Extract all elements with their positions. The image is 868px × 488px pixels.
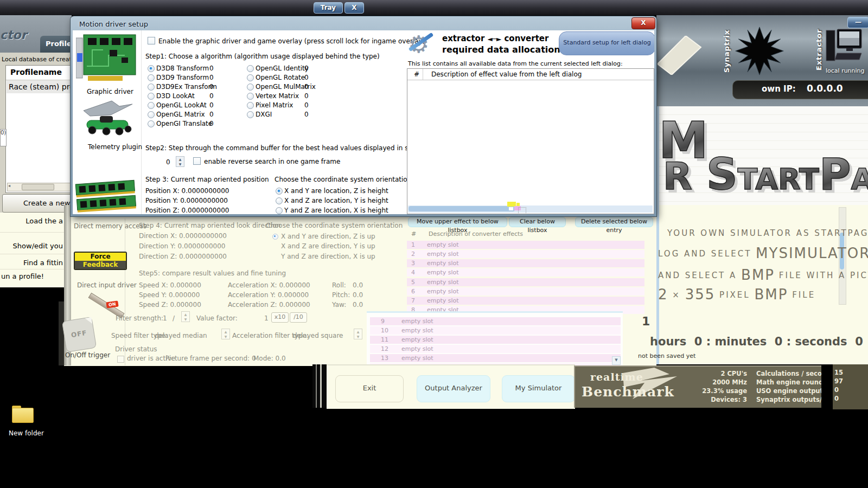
startpage-title-tart: TART — [738, 162, 819, 196]
reverse-search-label: enable reverse search in one game frame — [204, 158, 340, 165]
orient-option: X and Y are location, Z is height — [284, 187, 388, 195]
orient-option: Y and Z are location, X is height — [284, 207, 388, 214]
graphics-card-icon[interactable] — [76, 34, 137, 85]
radio-algo-glmatrix[interactable] — [148, 111, 155, 118]
slot-row[interactable]: 7empty slot — [407, 297, 644, 305]
direction-x: Direction X: 0.0000000000 — [139, 232, 227, 240]
new-folder-icon[interactable] — [12, 406, 34, 423]
slot-row[interactable]: 13empty slot — [370, 354, 621, 362]
overlay-checkbox[interactable] — [148, 37, 155, 44]
benchmark-value: 0 — [834, 395, 839, 402]
move-effect-button[interactable]: Move upper effect to below listbox — [408, 217, 507, 227]
radio-orient-3[interactable] — [276, 207, 283, 214]
scrollbar-thumb[interactable] — [409, 206, 515, 211]
load-profile-button[interactable]: Load the a — [0, 217, 63, 225]
radio-algo-glmulmatrix[interactable] — [247, 84, 254, 91]
slot-row[interactable]: 10empty slot — [370, 326, 621, 335]
radio-algo-dxgi[interactable] — [247, 111, 254, 118]
tray-button[interactable]: Tray — [314, 2, 343, 14]
step4-title: Step 4: Current map oriented look direct… — [139, 222, 280, 229]
delete-entry-button[interactable]: Delete selected below entry — [575, 217, 653, 227]
converter-list-lower-window[interactable]: 9empty slot 10empty slot 11empty slot 12… — [367, 311, 623, 367]
algo-count: 0 — [304, 92, 309, 100]
benchmark-stat: 23.3% usage — [682, 387, 747, 395]
telemetry-icon[interactable] — [79, 99, 136, 141]
radio-orient-1[interactable] — [276, 188, 283, 195]
my-simulator-button[interactable]: My Simulator — [502, 375, 575, 402]
speed-y: Speed Y: 0.000000 — [139, 291, 200, 299]
algo-count: 0 — [209, 83, 214, 91]
slot-row[interactable]: 11empty slot — [370, 336, 621, 344]
algo-count: 0 — [209, 65, 214, 72]
profile-row[interactable]: Race (steam) pro — [7, 80, 74, 93]
algo-label: D3D9 Transform — [156, 74, 209, 81]
standard-setup-button[interactable]: Standard setup for left dialog — [559, 31, 654, 55]
radio-orient-2[interactable] — [276, 197, 283, 204]
radio-algo-gllookat[interactable] — [148, 102, 155, 109]
accel-filter-stepper[interactable]: ▲▼ — [354, 329, 362, 339]
line4-2: 2 — [658, 286, 668, 303]
fps-label: Picture frame per second: 0 — [165, 355, 256, 362]
find-fitting-button[interactable]: Find a fittin — [0, 259, 63, 267]
radio-direction-3-label[interactable]: Y and Z are direction, X is up — [281, 253, 375, 260]
new-folder-label[interactable]: New folder — [9, 429, 44, 437]
radio-algo-glrotate[interactable] — [247, 74, 254, 81]
radio-algo-d3dlookat[interactable] — [148, 93, 155, 100]
slot-row[interactable]: 9empty slot — [370, 317, 621, 325]
radio-algo-gltranslate[interactable] — [148, 120, 155, 127]
off-sticker-icon[interactable]: OFF — [62, 317, 97, 352]
show-edit-button[interactable]: Show/edit you — [0, 242, 63, 250]
profile-hscrollbar[interactable]: ◂ — [7, 183, 71, 191]
step2-stepper[interactable]: ▲▼ — [176, 156, 184, 167]
profile-list-header[interactable]: Profilename — [6, 66, 72, 80]
position-y: Position Y: 0.0000000000 — [145, 197, 228, 204]
radio-algo-d3d9[interactable] — [148, 74, 155, 81]
memory-icon[interactable] — [75, 178, 138, 214]
radio-algo-pixelmatrix[interactable] — [247, 102, 254, 109]
effects-list-header[interactable]: # Description of effect value from the l… — [407, 69, 654, 80]
benchmark-stat: Devices: 3 — [682, 396, 747, 403]
slot-row[interactable]: 12empty slot — [370, 345, 621, 353]
radio-algo-d3d9ex[interactable] — [148, 84, 155, 91]
filter-strength-stepper[interactable]: ▲▼ — [181, 311, 190, 322]
dialog-close-button[interactable]: X — [631, 17, 655, 29]
scroll-down-arrow-icon[interactable]: ▼ — [612, 356, 621, 365]
slot-row[interactable]: 5empty slot — [407, 278, 644, 286]
speed-filter-value[interactable]: delayed median — [155, 332, 207, 339]
output-analyzer-button[interactable]: Output Analyzer — [417, 375, 490, 402]
exit-button[interactable]: Exit — [335, 375, 404, 402]
radio-direction-1[interactable] — [272, 234, 278, 240]
algo-count: 0 — [304, 65, 309, 72]
slot-row[interactable]: 1empty slot — [407, 241, 644, 249]
slot-row[interactable]: 2empty slot — [407, 250, 644, 258]
effects-list[interactable]: # Description of effect value from the l… — [407, 68, 654, 214]
arrow-icon: ◄─► — [488, 35, 502, 43]
reverse-search-checkbox[interactable] — [193, 157, 201, 165]
value-factor-value: 1 — [264, 314, 269, 322]
profile-list[interactable]: Profilename Race (steam) pro ◂ — [5, 65, 73, 193]
minimize-button[interactable]: — — [847, 17, 868, 28]
driver-active-checkbox[interactable] — [117, 356, 124, 363]
radio-algo-vertexmatrix[interactable] — [247, 93, 254, 100]
extractor-converter-title: extractor ◄─► converter — [442, 34, 548, 43]
force-feedback-logo[interactable]: Force Feedback — [74, 252, 127, 270]
slot-row[interactable]: 4empty slot — [407, 268, 644, 277]
effects-hscrollbar[interactable] — [408, 206, 653, 213]
scrollbar-thumb[interactable] — [22, 184, 54, 190]
driver-status-title: Driver status — [115, 345, 157, 353]
radio-algo-glidentity[interactable] — [247, 65, 254, 72]
radio-direction-2-label[interactable]: X and Z are direction, Y is up — [281, 242, 375, 250]
x10-button[interactable]: x10 — [271, 312, 289, 323]
radio-algo-d3d8[interactable] — [148, 65, 155, 72]
clear-listbox-button[interactable]: Clear below listbox — [509, 217, 566, 227]
accel-filter-value[interactable]: delayed square — [293, 332, 343, 339]
not-saved-note: not been saved yet — [638, 352, 695, 359]
dialog-content: Graphic driver Telemetry plugin — [73, 30, 654, 214]
scroll-left-arrow-icon[interactable]: ◂ — [8, 183, 10, 188]
algo-count: 0 — [209, 92, 214, 100]
window-close-button[interactable]: X — [344, 2, 364, 14]
div10-button[interactable]: /10 — [290, 312, 307, 323]
slot-row[interactable]: 3empty slot — [407, 259, 644, 267]
speed-filter-stepper[interactable]: ▲▼ — [221, 329, 230, 339]
slot-row[interactable]: 6empty slot — [407, 287, 644, 296]
